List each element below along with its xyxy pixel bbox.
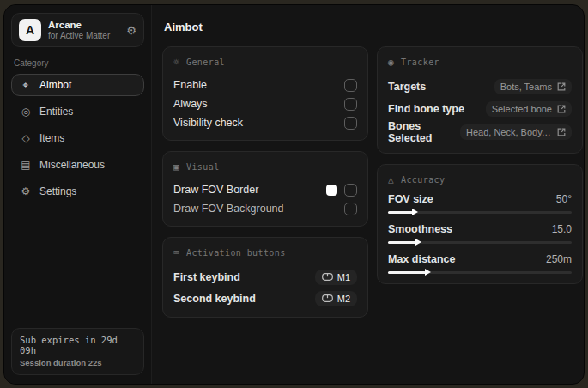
smoothness-slider[interactable] [388, 241, 572, 244]
expand-icon [557, 128, 566, 136]
setting-label: FOV size [388, 193, 433, 205]
activation-buttons-card: ⌨ Activation buttons First keybind M1 Se… [162, 237, 368, 318]
sidebar-item-entities[interactable]: ◎ Entities [11, 100, 144, 123]
max-distance-slider[interactable] [388, 271, 572, 274]
card-title: Accuracy [401, 175, 445, 185]
keybind-value: M2 [337, 294, 350, 304]
setting-label: First keybind [173, 271, 240, 283]
sidebar: A Arcane for Active Matter ⚙ Category ⌖ … [4, 5, 152, 384]
slider-fill [388, 271, 426, 274]
slider-fill [388, 241, 416, 244]
sub-expiry-text: Sub expires in 29d 09h [20, 335, 136, 355]
main-content: Aimbot ☼ General Enable Always [152, 5, 584, 384]
slider-thumb[interactable] [425, 269, 431, 276]
mouse-icon [322, 294, 333, 302]
setting-row-visibility-check: Visibility check [173, 113, 357, 132]
sidebar-item-label: Miscellaneous [39, 159, 105, 171]
left-column: ☼ General Enable Always Visibility check [162, 46, 368, 318]
card-title: Visual [186, 162, 220, 172]
select-value: Bots, Teams [500, 82, 552, 92]
setting-label: Draw FOV Border [173, 184, 258, 196]
enable-checkbox[interactable] [344, 79, 357, 92]
keyboard-icon: ⌨ [173, 248, 179, 258]
expand-icon [557, 105, 566, 113]
setting-row-draw-fov-border: Draw FOV Border [173, 180, 357, 199]
app-tagline: for Active Matter [48, 31, 110, 42]
sun-icon: ☼ [173, 58, 179, 67]
image-icon: ▣ [173, 162, 179, 172]
second-keybind-button[interactable]: M2 [315, 291, 357, 306]
target-icon: ◉ [388, 58, 394, 67]
sidebar-item-aimbot[interactable]: ⌖ Aimbot [11, 74, 144, 96]
tracker-card: ◉ Tracker Targets Bots, Teams Find bone … [377, 46, 583, 154]
slider-thumb[interactable] [415, 239, 421, 246]
setting-row-targets: Targets Bots, Teams [388, 76, 572, 97]
sidebar-item-items[interactable]: ◇ Items [11, 127, 144, 149]
setting-label: Enable [173, 79, 207, 91]
setting-row-second-keybind: Second keybind M2 [173, 288, 357, 309]
gear-icon[interactable]: ⚙ [126, 25, 136, 36]
setting-label: Draw FOV Background [173, 203, 284, 215]
find-bone-type-select[interactable]: Selected bone [486, 101, 572, 117]
bones-selected-select[interactable]: Head, Neck, Body, Pe… [460, 124, 572, 140]
targets-select[interactable]: Bots, Teams [494, 79, 572, 94]
entities-icon: ◎ [20, 106, 32, 117]
app-window: A Arcane for Active Matter ⚙ Category ⌖ … [3, 4, 585, 385]
layout-icon: ▤ [20, 160, 32, 170]
always-checkbox[interactable] [344, 98, 357, 111]
general-card-header: ☼ General [173, 58, 357, 67]
account-card: A Arcane for Active Matter ⚙ [11, 13, 144, 47]
mouse-icon [322, 273, 333, 281]
expand-icon [557, 82, 566, 91]
sidebar-item-label: Aimbot [39, 79, 71, 91]
app-identity: Arcane for Active Matter [48, 19, 110, 42]
page-title: Aimbot [164, 21, 576, 33]
first-keybind-button[interactable]: M1 [315, 270, 357, 285]
cube-icon: ◇ [20, 133, 32, 143]
card-title: General [186, 58, 225, 67]
crosshair-icon: ⌖ [20, 80, 32, 90]
select-value: Selected bone [492, 104, 552, 114]
slider-value: 50° [556, 193, 572, 205]
sidebar-item-settings[interactable]: ⚙ Settings [11, 180, 144, 203]
visibility-check-checkbox[interactable] [344, 117, 357, 130]
setting-row-first-keybind: First keybind M1 [173, 266, 357, 288]
accuracy-card: △ Accuracy FOV size 50° [377, 164, 583, 284]
fov-border-color-swatch[interactable] [326, 185, 337, 196]
slider-value: 15.0 [552, 223, 572, 235]
setting-label: Bones Selected [388, 120, 460, 144]
sidebar-item-label: Settings [39, 185, 76, 197]
general-card: ☼ General Enable Always Visibility check [162, 46, 368, 141]
visual-card: ▣ Visual Draw FOV Border Draw FOV Backgr… [162, 151, 368, 227]
setting-label: Always [173, 98, 208, 110]
slider-fill [388, 211, 413, 214]
setting-row-draw-fov-background: Draw FOV Background [173, 199, 357, 218]
app-logo: A [19, 19, 41, 41]
slider-thumb[interactable] [412, 209, 418, 215]
setting-label: Second keybind [173, 293, 256, 305]
setting-label: Smoothness [388, 223, 452, 235]
setting-row-always: Always [173, 94, 357, 113]
gear-icon: ⚙ [20, 186, 32, 197]
activation-card-header: ⌨ Activation buttons [173, 248, 357, 258]
draw-fov-border-checkbox[interactable] [344, 184, 357, 197]
draw-fov-background-checkbox[interactable] [344, 203, 357, 215]
card-title: Activation buttons [186, 248, 286, 258]
right-column: ◉ Tracker Targets Bots, Teams Find bone … [377, 46, 583, 284]
setting-label: Max distance [388, 253, 456, 265]
sidebar-item-label: Entities [39, 106, 73, 118]
slider-value: 250m [546, 253, 572, 265]
fov-size-slider[interactable] [388, 211, 572, 214]
visual-card-header: ▣ Visual [173, 162, 357, 172]
setting-row-smoothness: Smoothness 15.0 [388, 223, 572, 244]
select-value: Head, Neck, Body, Pe… [466, 127, 552, 137]
card-title: Tracker [401, 58, 439, 67]
setting-row-enable: Enable [173, 76, 357, 94]
session-duration-text: Session duration 22s [20, 358, 136, 367]
setting-row-fov-size: FOV size 50° [388, 193, 572, 214]
subscription-info-card: Sub expires in 29d 09h Session duration … [11, 328, 144, 375]
setting-label: Visibility check [173, 117, 243, 129]
sidebar-item-miscellaneous[interactable]: ▤ Miscellaneous [11, 154, 144, 176]
setting-row-find-bone-type: Find bone type Selected bone [388, 98, 572, 119]
category-label: Category [14, 58, 142, 68]
